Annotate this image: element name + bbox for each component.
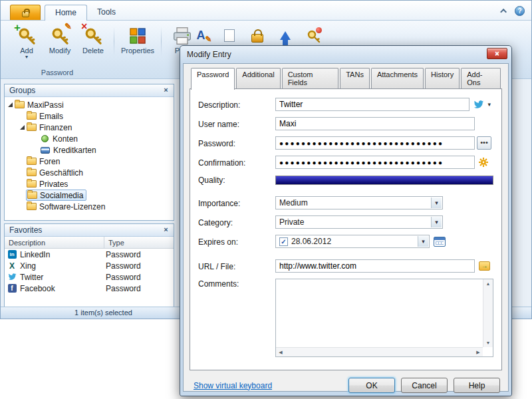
dropdown-arrow-icon[interactable]: [431, 198, 442, 208]
tree-item-label: Finanzen: [39, 123, 72, 132]
column-type[interactable]: Type: [104, 239, 124, 247]
close-icon[interactable]: [487, 48, 507, 59]
category-select[interactable]: Private: [275, 215, 443, 229]
app-menu-button[interactable]: [10, 5, 41, 20]
dialog-tab-password[interactable]: Password: [191, 68, 235, 90]
description-input[interactable]: [275, 98, 469, 111]
tree-item-software-lizenzen[interactable]: Software-Lizenzen: [5, 201, 174, 212]
confirmation-label: Confirmation:: [198, 158, 275, 168]
key-delete-icon: ×: [82, 25, 104, 47]
expand-icon[interactable]: [7, 101, 14, 108]
favorite-row-linkedin[interactable]: in LinkedIn Password: [5, 249, 174, 260]
favorite-description: Facebook: [20, 284, 55, 293]
scroll-right-icon[interactable]: [473, 348, 483, 356]
add-label: Add: [20, 47, 33, 55]
ok-button[interactable]: OK: [348, 378, 395, 393]
comments-label: Comments:: [198, 279, 275, 289]
favorite-row-twitter[interactable]: Twitter Password: [5, 271, 174, 283]
importance-select[interactable]: Medium: [275, 196, 443, 209]
ribbon-collapse-icon[interactable]: [499, 7, 509, 16]
dialog-tab-attachments[interactable]: Attachments: [371, 68, 424, 88]
add-button[interactable]: + Add: [11, 24, 42, 60]
favorites-panel: Favorites Description Type in LinkedIn P…: [4, 223, 174, 307]
password-options-button[interactable]: •••: [477, 136, 491, 150]
browser-arrow-icon-button[interactable]: [274, 25, 297, 46]
scroll-up-icon[interactable]: [483, 279, 493, 288]
cancel-button[interactable]: Cancel: [401, 378, 448, 393]
tree-item-foren[interactable]: Foren: [5, 156, 174, 167]
modify-button[interactable]: ✎ Modify: [45, 24, 75, 60]
tab-home[interactable]: Home: [45, 5, 87, 21]
help-button[interactable]: Help: [454, 378, 500, 393]
dialog-body: Password Additional Custom Fields TANs A…: [183, 63, 509, 392]
category-label: Category:: [198, 217, 275, 227]
generate-password-gear-icon[interactable]: [479, 157, 491, 168]
tree-item-kreditkarten[interactable]: Kreditkarten: [5, 144, 174, 156]
url-input[interactable]: [275, 259, 475, 273]
properties-button[interactable]: Properties: [120, 24, 156, 60]
calendar-icon[interactable]: [434, 237, 446, 247]
favorite-row-xing[interactable]: X Xing Password: [5, 260, 174, 271]
lock-icon-button[interactable]: [246, 25, 269, 46]
pages-icon: [224, 29, 235, 42]
groups-close-icon[interactable]: [161, 86, 171, 95]
account-icon: [41, 135, 49, 142]
entry-icon-twitter-bird[interactable]: [473, 99, 485, 110]
confirmation-input[interactable]: [275, 156, 475, 169]
virtual-keyboard-link[interactable]: Show virtual keyboard: [194, 381, 272, 390]
comments-vertical-scrollbar[interactable]: [483, 279, 493, 347]
tree-item-socialmedia[interactable]: Socialmedia: [5, 190, 174, 201]
spellcheck-icon-button[interactable]: A: [190, 25, 212, 46]
scroll-down-icon[interactable]: [483, 338, 493, 347]
folder-icon: [27, 169, 37, 176]
tree-item-konten[interactable]: Konten: [5, 133, 174, 144]
dialog-title: Modify Entry: [187, 50, 231, 59]
expires-date-picker[interactable]: ✓ 28.06.2012: [275, 235, 430, 248]
username-input[interactable]: [275, 117, 475, 130]
expires-value: 28.06.2012: [291, 237, 331, 246]
expand-icon[interactable]: [19, 124, 26, 131]
comments-textarea[interactable]: [275, 279, 493, 357]
properties-label: Properties: [121, 47, 154, 55]
folder-icon: [27, 180, 37, 188]
entry-icon-dropdown-arrow[interactable]: [485, 98, 493, 110]
dialog-tab-tans[interactable]: TANs: [340, 68, 370, 88]
favorites-close-icon[interactable]: [161, 225, 171, 235]
folder-icon: [27, 203, 37, 210]
quality-bar: [275, 176, 493, 185]
seal-key-icon-button[interactable]: [303, 25, 325, 46]
favorite-row-facebook[interactable]: f Facebook Password: [5, 283, 174, 294]
password-input[interactable]: [275, 136, 475, 150]
dialog-tabs: Password Additional Custom Fields TANs A…: [190, 68, 502, 88]
column-description[interactable]: Description: [5, 237, 104, 248]
date-dropdown-arrow-icon[interactable]: [418, 236, 428, 247]
tree-item-emails[interactable]: Emails: [5, 110, 174, 122]
expires-checkbox[interactable]: ✓: [279, 237, 288, 246]
help-icon[interactable]: [515, 6, 525, 16]
scroll-left-icon[interactable]: [276, 348, 285, 356]
delete-button[interactable]: × Delete: [78, 24, 108, 60]
dialog-tab-additional[interactable]: Additional: [236, 68, 280, 88]
favorites-panel-header: Favorites: [5, 224, 174, 237]
dialog-tab-add-ons[interactable]: Add-Ons: [461, 68, 501, 88]
properties-icon: [127, 25, 148, 47]
ribbon-separator: [114, 27, 114, 56]
tree-item-privates[interactable]: Privates: [5, 178, 174, 190]
dialog-titlebar[interactable]: Modify Entry: [183, 46, 509, 63]
tree-item-geschaeftlich[interactable]: Geschäftlich: [5, 167, 174, 178]
tree-item-finanzen[interactable]: Finanzen: [5, 122, 174, 133]
clipboard-icon-button[interactable]: [218, 25, 241, 46]
dropdown-arrow-icon[interactable]: [431, 217, 442, 227]
url-label: URL / File:: [198, 261, 275, 271]
key-pencil-icon: ✎: [49, 25, 70, 47]
tree-item-maxipassi[interactable]: MaxiPassi: [5, 99, 174, 110]
dialog-tab-custom-fields[interactable]: Custom Fields: [282, 68, 339, 88]
open-url-icon[interactable]: [479, 261, 490, 271]
delete-label: Delete: [82, 47, 104, 55]
tree-item-label: Kreditkarten: [53, 146, 96, 155]
status-text: 1 item(s) selected: [1, 307, 207, 319]
tab-tools[interactable]: Tools: [87, 5, 126, 20]
dialog-tab-history[interactable]: History: [425, 68, 460, 88]
groups-panel: Groups MaxiPassi Emails Finanzen: [4, 84, 174, 221]
comments-horizontal-scrollbar[interactable]: [276, 347, 483, 356]
